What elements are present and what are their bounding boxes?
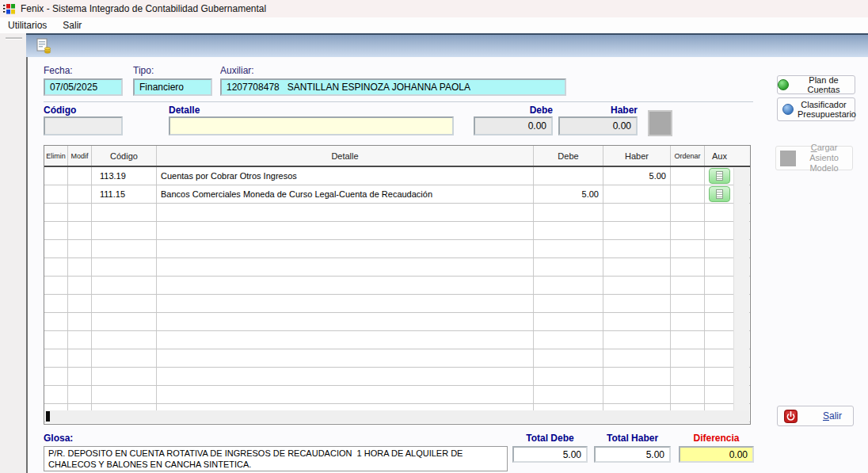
codigo-entry-field[interactable] — [44, 116, 123, 135]
horizontal-scrollbar-thumb[interactable] — [46, 411, 50, 422]
cell-haber — [603, 258, 671, 276]
menu-bar: Utilitarios Salir — [0, 17, 868, 33]
entries-grid: EliminModifCódigoDetalleDebeHaberOrdenar… — [44, 145, 751, 425]
cell-elimin — [44, 295, 68, 312]
cell-codigo — [92, 313, 157, 330]
clasificador-presupuestario-button[interactable]: Clasificador Presupuestario — [777, 97, 855, 121]
cell-elimin — [44, 222, 68, 239]
cell-modif — [68, 185, 92, 203]
cell-detalle — [157, 368, 534, 385]
cell-modif — [68, 204, 92, 221]
cell-elimin — [44, 277, 68, 294]
menu-item-salir[interactable]: Salir — [55, 18, 89, 32]
cell-ordenar — [671, 349, 705, 367]
cell-aux — [705, 295, 734, 312]
cell-elimin — [44, 240, 68, 257]
cell-haber — [603, 222, 671, 239]
column-header-aux: Aux — [705, 146, 734, 166]
grid-header: EliminModifCódigoDetalleDebeHaberOrdenar… — [44, 146, 750, 167]
cell-elimin — [44, 349, 68, 367]
document-icon — [716, 171, 723, 181]
haber-entry-label: Haber — [558, 105, 638, 116]
cell-detalle — [157, 349, 534, 367]
cell-debe — [534, 295, 603, 312]
cargar-asiento-modelo-button[interactable]: Cargar Asiento Modelo — [775, 146, 853, 170]
table-row — [44, 331, 750, 349]
cell-ordenar — [671, 185, 705, 203]
cell-haber — [603, 349, 671, 367]
cell-haber — [603, 185, 671, 203]
cell-ordenar — [671, 386, 705, 403]
salir-button[interactable]: Salir — [777, 406, 854, 426]
cell-detalle: Cuentas por Cobrar Otros Ingresos — [157, 167, 534, 185]
cell-aux — [705, 386, 734, 403]
total-haber-label: Total Haber — [594, 433, 671, 444]
cell-debe — [534, 386, 603, 403]
cell-codigo — [92, 204, 157, 221]
add-entry-button[interactable] — [648, 110, 672, 136]
cell-codigo — [92, 386, 157, 403]
auxiliar-field[interactable]: 1207708478 SANTILLAN ESPINOZA JOHANNA PA… — [220, 78, 566, 96]
table-row: 113.19Cuentas por Cobrar Otros Ingresos5… — [44, 167, 750, 185]
haber-entry-field[interactable]: 0.00 — [558, 116, 638, 135]
horizontal-scrollbar[interactable] — [45, 410, 749, 423]
cell-aux — [705, 349, 734, 367]
cell-detalle — [157, 331, 534, 349]
detalle-entry-field[interactable] — [169, 116, 454, 135]
cell-haber — [603, 313, 671, 330]
cell-codigo — [92, 331, 157, 349]
cell-debe — [534, 240, 603, 257]
cell-ordenar — [671, 167, 705, 185]
cell-elimin — [44, 368, 68, 385]
toolbar — [26, 33, 868, 57]
power-icon — [784, 410, 798, 423]
diferencia-value: 0.00 — [679, 446, 754, 463]
aux-detail-button[interactable] — [709, 168, 730, 184]
cell-debe — [534, 313, 603, 330]
table-row — [44, 295, 750, 313]
cell-codigo — [92, 295, 157, 312]
debe-entry-field[interactable]: 0.00 — [474, 116, 553, 135]
panel-splitter-handle[interactable] — [6, 37, 22, 40]
cell-debe — [534, 331, 603, 349]
total-debe-label: Total Debe — [512, 433, 588, 444]
table-row — [44, 204, 750, 222]
cell-modif — [68, 349, 92, 367]
cell-elimin — [44, 331, 68, 349]
cell-haber — [603, 277, 671, 294]
fecha-field[interactable]: 07/05/2025 — [44, 78, 123, 96]
cell-modif — [68, 313, 92, 330]
column-header-modif: Modif — [68, 146, 92, 166]
aux-detail-button[interactable] — [709, 186, 730, 202]
glosa-textarea[interactable]: P/R. DEPOSITO EN CUENTA ROTATIVA DE INGR… — [44, 446, 508, 471]
document-icon — [716, 189, 723, 199]
plan-de-cuentas-button[interactable]: Plan de Cuentas — [777, 75, 855, 94]
cell-codigo: 113.19 — [92, 167, 157, 185]
cell-elimin — [44, 258, 68, 276]
cell-codigo — [92, 368, 157, 385]
cell-debe — [534, 277, 603, 294]
cell-aux — [705, 277, 734, 294]
cell-haber — [603, 240, 671, 257]
cell-aux — [705, 313, 734, 330]
tipo-field[interactable]: Financiero — [133, 78, 212, 96]
menu-item-utilitarios[interactable]: Utilitarios — [0, 18, 55, 32]
column-header-detalle: Detalle — [157, 146, 534, 166]
cell-ordenar — [671, 240, 705, 257]
table-row — [44, 368, 750, 386]
column-header-haber: Haber — [603, 146, 671, 166]
cell-aux — [705, 167, 734, 185]
cell-ordenar — [671, 368, 705, 385]
cell-detalle — [157, 204, 534, 221]
total-haber-value: 5.00 — [594, 446, 671, 463]
vertical-scrollbar[interactable] — [733, 168, 749, 410]
salir-button-label: Salir — [823, 410, 842, 422]
cell-elimin — [44, 185, 68, 203]
cell-codigo — [92, 222, 157, 239]
journal-document-icon[interactable] — [35, 37, 52, 55]
cell-haber — [603, 386, 671, 403]
cell-debe — [534, 222, 603, 239]
cell-haber — [603, 331, 671, 349]
table-row — [44, 258, 750, 277]
table-row — [44, 349, 750, 368]
